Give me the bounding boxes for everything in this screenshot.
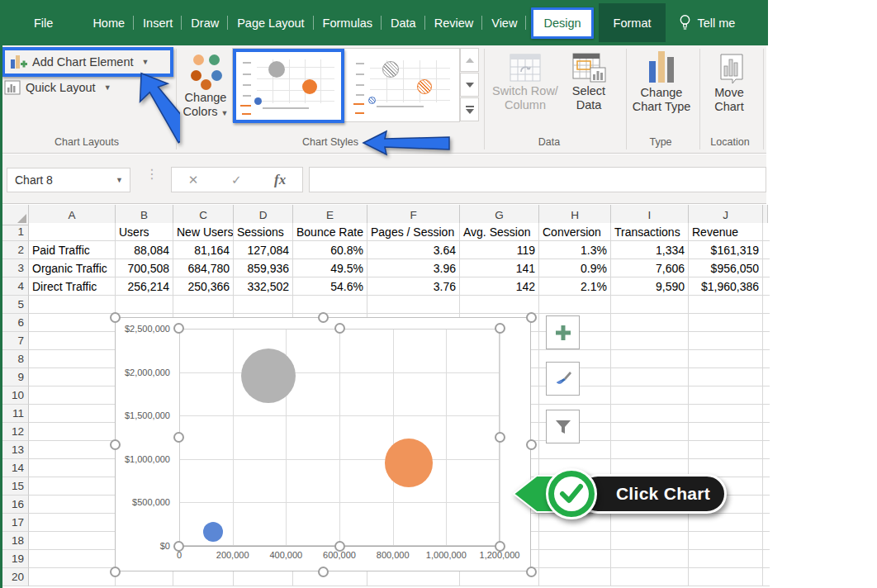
cell-I9[interactable] — [611, 368, 689, 386]
bubble-organic-traffic[interactable] — [385, 439, 434, 487]
row-header-8[interactable]: 8 — [2, 350, 29, 368]
cell-F4[interactable]: 3.76 — [367, 277, 460, 296]
cell-C2[interactable]: 81,164 — [173, 241, 234, 259]
cell-D2[interactable]: 127,084 — [234, 241, 293, 259]
chart-plot-area[interactable] — [179, 329, 500, 546]
cell-I11[interactable] — [611, 405, 689, 423]
tab-insert[interactable]: Insert — [134, 0, 182, 45]
enter-icon[interactable]: ✓ — [231, 173, 242, 187]
row-header-1[interactable]: 1 — [2, 223, 29, 241]
row-header-10[interactable]: 10 — [2, 386, 29, 405]
cell-J7[interactable] — [689, 332, 763, 350]
chart-frame-handle[interactable] — [526, 567, 537, 577]
cell-H18[interactable] — [539, 532, 611, 550]
row-header-2[interactable]: 2 — [2, 241, 29, 259]
cell-H4[interactable]: 2.1% — [539, 277, 611, 296]
cell-A17[interactable] — [29, 514, 116, 532]
cell-E3[interactable]: 49.5% — [293, 259, 367, 277]
plot-area-handle[interactable] — [173, 432, 184, 443]
cell-I18[interactable] — [611, 532, 689, 550]
row-header-9[interactable]: 9 — [2, 368, 29, 386]
cell-A10[interactable] — [29, 386, 116, 405]
cell-H20[interactable] — [539, 568, 611, 586]
select-all-corner[interactable] — [2, 205, 29, 225]
cell-A8[interactable] — [29, 350, 116, 368]
cell-F5[interactable] — [367, 296, 460, 314]
row-header-17[interactable]: 17 — [2, 514, 29, 532]
cell-I4[interactable]: 9,590 — [611, 277, 689, 296]
tab-review[interactable]: Review — [425, 0, 483, 45]
bubble-chart[interactable]: $0$500,000$1,000,000$1,500,000$2,000,000… — [115, 317, 531, 571]
cell-J2[interactable]: $161,319 — [689, 241, 763, 259]
cell-H5[interactable] — [539, 296, 611, 314]
gallery-scroll-down[interactable] — [460, 73, 479, 97]
cell-I1[interactable]: Transactions — [611, 223, 689, 241]
cell-I7[interactable] — [611, 332, 689, 350]
select-data-button[interactable]: Select Data — [565, 51, 613, 112]
cell-J1[interactable]: Revenue — [689, 223, 763, 241]
row-header-16[interactable]: 16 — [2, 496, 29, 514]
cell-H19[interactable] — [539, 550, 611, 568]
change-chart-type-button[interactable]: Change Chart Type — [626, 50, 697, 114]
plot-area-handle[interactable] — [173, 541, 184, 552]
cell-J9[interactable] — [689, 368, 763, 386]
row-header-11[interactable]: 11 — [2, 405, 29, 423]
cell-A9[interactable] — [29, 368, 116, 386]
chart-frame-handle[interactable] — [526, 312, 537, 323]
chart-style-2[interactable] — [349, 53, 457, 118]
cell-F3[interactable]: 3.96 — [367, 259, 460, 277]
cell-B5[interactable] — [116, 296, 173, 314]
cell-E1[interactable]: Bounce Rate — [293, 223, 367, 241]
cell-J12[interactable] — [689, 423, 763, 441]
cell-A12[interactable] — [29, 423, 116, 441]
cell-A1[interactable] — [29, 223, 116, 241]
chart-frame-handle[interactable] — [110, 567, 121, 577]
cell-H3[interactable]: 0.9% — [539, 259, 611, 277]
tab-home[interactable]: Home — [83, 0, 134, 45]
chart-style-1-selected[interactable] — [233, 49, 344, 123]
formula-input[interactable] — [309, 167, 766, 192]
cell-J20[interactable] — [689, 568, 763, 586]
tab-design-highlighted[interactable]: Design — [531, 7, 593, 39]
row-header-3[interactable]: 3 — [2, 259, 29, 277]
cell-B2[interactable]: 88,084 — [116, 241, 173, 259]
cell-J11[interactable] — [689, 405, 763, 423]
cell-C3[interactable]: 684,780 — [173, 259, 234, 277]
move-chart-button[interactable]: Move Chart — [704, 50, 755, 114]
plot-area-handle[interactable] — [495, 432, 505, 443]
cell-J3[interactable]: $956,050 — [689, 259, 763, 277]
cell-C4[interactable]: 250,366 — [173, 277, 234, 296]
cell-J19[interactable] — [689, 550, 763, 568]
tab-view[interactable]: View — [482, 0, 526, 45]
cell-A13[interactable] — [29, 441, 116, 459]
row-header-5[interactable]: 5 — [2, 296, 29, 314]
cell-H13[interactable] — [539, 441, 611, 459]
cell-I8[interactable] — [611, 350, 689, 368]
row-header-4[interactable]: 4 — [2, 277, 29, 296]
row-header-6[interactable]: 6 — [2, 314, 29, 332]
cell-F2[interactable]: 3.64 — [367, 241, 460, 259]
plot-area-handle[interactable] — [173, 323, 184, 334]
cell-C1[interactable]: New Users — [173, 223, 234, 241]
cancel-icon[interactable]: ✕ — [188, 173, 199, 187]
tab-file[interactable]: File — [25, 0, 62, 45]
cell-J13[interactable] — [689, 441, 763, 459]
cell-I6[interactable] — [611, 314, 689, 332]
cell-I19[interactable] — [611, 550, 689, 568]
cell-J5[interactable] — [689, 296, 763, 314]
cell-I20[interactable] — [611, 568, 689, 586]
chart-frame-handle[interactable] — [318, 567, 329, 577]
chart-elements-button[interactable] — [546, 315, 580, 349]
cell-I5[interactable] — [611, 296, 689, 314]
bubble-direct-traffic[interactable] — [241, 349, 296, 403]
cell-A5[interactable] — [29, 296, 116, 314]
plot-area-handle[interactable] — [495, 323, 505, 334]
tab-draw[interactable]: Draw — [182, 0, 228, 45]
tell-me[interactable]: Tell me — [672, 14, 742, 31]
row-header-13[interactable]: 13 — [2, 441, 29, 459]
row-header-20[interactable]: 20 — [2, 568, 29, 586]
cell-A16[interactable] — [29, 496, 116, 514]
cell-J4[interactable]: $1,960,386 — [689, 277, 763, 296]
cell-D1[interactable]: Sessions — [234, 223, 293, 241]
cell-D5[interactable] — [234, 296, 293, 314]
